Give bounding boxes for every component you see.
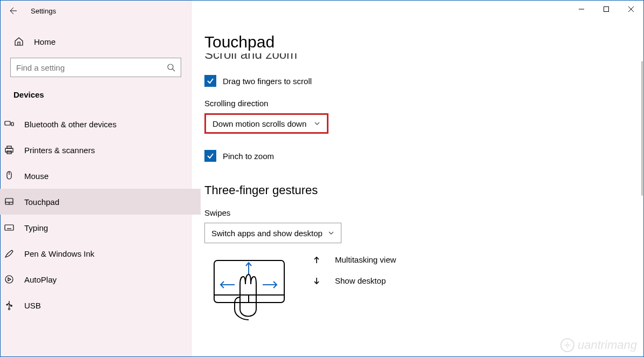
drag-two-fingers-label: Drag two fingers to scroll: [223, 77, 312, 86]
scrolling-direction-value: Down motion scrolls down: [213, 119, 306, 128]
sidebar-item-label: USB: [24, 301, 41, 310]
svg-point-35: [566, 344, 568, 346]
scrolling-direction-label: Scrolling direction: [204, 99, 643, 108]
sidebar-item-autoplay[interactable]: AutoPlay: [0, 266, 201, 292]
arrow-up-icon: [312, 256, 321, 264]
svg-rect-1: [604, 7, 609, 12]
home-label: Home: [34, 37, 56, 46]
arrow-down-icon: [312, 277, 321, 285]
back-button[interactable]: [1, 1, 24, 21]
watermark: uantrimang: [560, 338, 637, 352]
sidebar-item-label: Pen & Windows Ink: [24, 249, 94, 258]
svg-rect-6: [5, 121, 10, 125]
pinch-to-zoom-label: Pinch to zoom: [223, 152, 274, 161]
three-finger-heading: Three-finger gestures: [204, 183, 643, 197]
sidebar-item-typing[interactable]: Typing: [0, 215, 201, 241]
printer-icon: [4, 145, 15, 155]
maximize-button[interactable]: [594, 1, 619, 18]
svg-point-22: [5, 276, 13, 283]
page-title: Touchpad: [204, 33, 643, 51]
three-finger-gesture-diagram: [204, 255, 291, 309]
pen-icon: [4, 248, 15, 259]
checkbox-pinch-zoom[interactable]: [204, 150, 216, 162]
sidebar-item-bluetooth[interactable]: Bluetooth & other devices: [0, 111, 201, 137]
mouse-icon: [4, 170, 15, 181]
sidebar-item-mouse[interactable]: Mouse: [0, 163, 201, 189]
svg-rect-16: [5, 225, 13, 230]
svg-line-5: [173, 69, 175, 71]
swipes-dropdown[interactable]: Switch apps and show desktop: [204, 223, 341, 243]
close-button[interactable]: [619, 1, 643, 18]
sidebar-section: Devices: [10, 90, 181, 99]
chevron-down-icon: [314, 120, 320, 127]
scrollbar[interactable]: [641, 61, 643, 196]
sidebar-item-printers[interactable]: Printers & scanners: [0, 137, 201, 163]
legend-up-label: Multitasking view: [335, 255, 396, 264]
scroll-zoom-heading: Scroll and zoom: [204, 53, 643, 63]
sidebar-item-label: Printers & scanners: [24, 146, 95, 155]
search-box[interactable]: [10, 58, 181, 77]
svg-point-24: [9, 308, 10, 310]
autoplay-icon: [4, 274, 15, 285]
sidebar-item-label: Touchpad: [24, 197, 59, 207]
content-pane: Touchpad Scroll and zoom Drag two finger…: [191, 1, 643, 356]
sidebar-item-label: Mouse: [24, 171, 49, 181]
search-input[interactable]: [16, 63, 156, 72]
sidebar-item-label: AutoPlay: [24, 275, 57, 284]
sidebar-item-label: Typing: [24, 223, 48, 232]
minimize-button[interactable]: [569, 1, 594, 18]
sidebar: Home Devices Bluetooth & other devices P…: [1, 1, 191, 356]
sidebar-item-pen[interactable]: Pen & Windows Ink: [0, 241, 201, 266]
sidebar-item-usb[interactable]: USB: [0, 292, 201, 318]
window-title: Settings: [31, 7, 56, 15]
usb-icon: [4, 300, 15, 311]
svg-rect-9: [7, 146, 11, 148]
scrolling-direction-dropdown[interactable]: Down motion scrolls down: [204, 113, 328, 134]
svg-point-4: [168, 64, 173, 70]
svg-rect-7: [11, 122, 13, 126]
sidebar-item-touchpad[interactable]: Touchpad: [0, 189, 201, 215]
home-icon: [13, 36, 24, 47]
keyboard-icon: [4, 222, 15, 233]
swipes-value: Switch apps and show desktop: [211, 229, 323, 238]
swipes-label: Swipes: [204, 208, 643, 217]
bluetooth-icon: [4, 119, 15, 129]
search-icon: [167, 63, 175, 72]
svg-rect-8: [5, 148, 13, 152]
touchpad-icon: [4, 196, 15, 207]
legend-down-label: Show desktop: [335, 276, 386, 285]
checkbox-drag-two-fingers[interactable]: [204, 75, 216, 87]
sidebar-home[interactable]: Home: [10, 31, 181, 52]
chevron-down-icon: [328, 230, 334, 236]
sidebar-item-label: Bluetooth & other devices: [24, 120, 117, 129]
